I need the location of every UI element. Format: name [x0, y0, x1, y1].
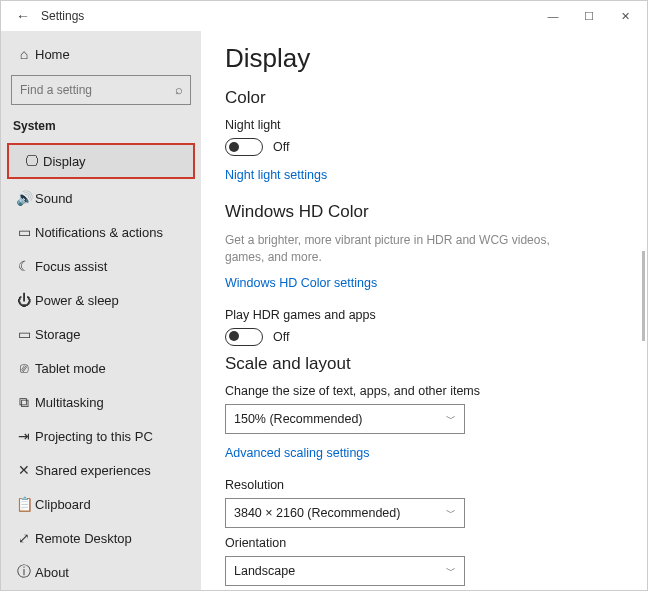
play-hdr-label: Play HDR games and apps — [225, 308, 623, 322]
power-icon: ⏻ — [13, 292, 35, 308]
highlight-display: 🖵 Display — [7, 143, 195, 179]
chevron-down-icon: ﹀ — [446, 412, 456, 426]
text-size-label: Change the size of text, apps, and other… — [225, 384, 623, 398]
sidebar-item-power[interactable]: ⏻ Power & sleep — [1, 283, 201, 317]
resolution-label: Resolution — [225, 478, 623, 492]
home-label: Home — [35, 47, 70, 62]
nav-label: Notifications & actions — [35, 225, 163, 240]
clipboard-icon: 📋 — [13, 496, 35, 512]
maximize-button[interactable]: ☐ — [571, 10, 607, 23]
sidebar-item-shared[interactable]: ✕ Shared experiences — [1, 453, 201, 487]
orientation-label: Orientation — [225, 536, 623, 550]
focus-icon: ☾ — [13, 258, 35, 274]
projecting-icon: ⇥ — [13, 428, 35, 444]
about-icon: ⓘ — [13, 563, 35, 581]
resolution-select[interactable]: 3840 × 2160 (Recommended) ﹀ — [225, 498, 465, 528]
night-light-label: Night light — [225, 118, 623, 132]
nav-label: Storage — [35, 327, 81, 342]
remote-icon: ⤢ — [13, 530, 35, 546]
play-hdr-state: Off — [273, 330, 289, 344]
nav-label: Sound — [35, 191, 73, 206]
night-light-state: Off — [273, 140, 289, 154]
home-button[interactable]: ⌂ Home — [1, 37, 201, 71]
storage-icon: ▭ — [13, 326, 35, 342]
nav-label: Projecting to this PC — [35, 429, 153, 444]
page-title: Display — [225, 43, 623, 74]
minimize-button[interactable]: — — [535, 10, 571, 22]
category-label: System — [1, 113, 201, 141]
sidebar-item-projecting[interactable]: ⇥ Projecting to this PC — [1, 419, 201, 453]
close-button[interactable]: ✕ — [607, 10, 643, 23]
shared-icon: ✕ — [13, 462, 35, 478]
section-hdcolor: Windows HD Color — [225, 202, 623, 222]
text-size-select[interactable]: 150% (Recommended) ﹀ — [225, 404, 465, 434]
sidebar-item-focus-assist[interactable]: ☾ Focus assist — [1, 249, 201, 283]
chevron-down-icon: ﹀ — [446, 564, 456, 578]
nav-label: Shared experiences — [35, 463, 151, 478]
nav-label: Multitasking — [35, 395, 104, 410]
sound-icon: 🔊 — [13, 190, 35, 206]
sidebar-item-tablet[interactable]: ⎚ Tablet mode — [1, 351, 201, 385]
sidebar-item-notifications[interactable]: ▭ Notifications & actions — [1, 215, 201, 249]
resolution-value: 3840 × 2160 (Recommended) — [234, 506, 400, 520]
sidebar-item-about[interactable]: ⓘ About — [1, 555, 201, 589]
scrollbar[interactable] — [642, 251, 645, 341]
nav-label: Focus assist — [35, 259, 107, 274]
sidebar-item-clipboard[interactable]: 📋 Clipboard — [1, 487, 201, 521]
sidebar-item-storage[interactable]: ▭ Storage — [1, 317, 201, 351]
search-icon: ⌕ — [175, 82, 183, 97]
section-scale: Scale and layout — [225, 354, 623, 374]
nav-label: About — [35, 565, 69, 580]
multitasking-icon: ⧉ — [13, 394, 35, 411]
window-title: Settings — [41, 9, 84, 23]
nav-label: Remote Desktop — [35, 531, 132, 546]
back-button[interactable]: ← — [11, 8, 35, 24]
sidebar-item-multitasking[interactable]: ⧉ Multitasking — [1, 385, 201, 419]
search-input[interactable] — [11, 75, 191, 105]
sidebar: ⌂ Home ⌕ System 🖵 Display 🔊 Sound ▭ Noti… — [1, 31, 201, 590]
home-icon: ⌂ — [13, 46, 35, 62]
orientation-select[interactable]: Landscape ﹀ — [225, 556, 465, 586]
night-light-settings-link[interactable]: Night light settings — [225, 168, 327, 182]
section-color: Color — [225, 88, 623, 108]
notifications-icon: ▭ — [13, 224, 35, 240]
play-hdr-toggle[interactable] — [225, 328, 263, 346]
text-size-value: 150% (Recommended) — [234, 412, 363, 426]
chevron-down-icon: ﹀ — [446, 506, 456, 520]
nav-label: Tablet mode — [35, 361, 106, 376]
advanced-scaling-link[interactable]: Advanced scaling settings — [225, 446, 370, 460]
display-icon: 🖵 — [21, 153, 43, 169]
nav-label: Power & sleep — [35, 293, 119, 308]
hdcolor-settings-link[interactable]: Windows HD Color settings — [225, 276, 377, 290]
night-light-toggle[interactable] — [225, 138, 263, 156]
tablet-icon: ⎚ — [13, 360, 35, 376]
sidebar-item-display[interactable]: 🖵 Display — [9, 145, 193, 177]
hdcolor-desc: Get a brighter, more vibrant picture in … — [225, 232, 555, 266]
titlebar: ← Settings — ☐ ✕ — [1, 1, 647, 31]
content-pane: Display Color Night light Off Night ligh… — [201, 31, 647, 590]
nav-label: Display — [43, 154, 86, 169]
orientation-value: Landscape — [234, 564, 295, 578]
sidebar-item-sound[interactable]: 🔊 Sound — [1, 181, 201, 215]
sidebar-item-remote[interactable]: ⤢ Remote Desktop — [1, 521, 201, 555]
nav-label: Clipboard — [35, 497, 91, 512]
